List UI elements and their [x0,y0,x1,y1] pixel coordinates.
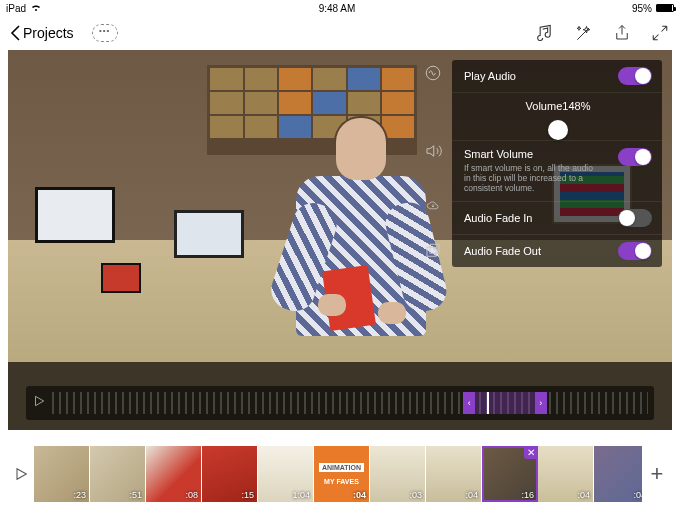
smart-volume-label: Smart Volume [464,148,610,160]
remove-clip-button[interactable]: ✕ [524,446,538,459]
nav-bar: Projects ••• [0,16,680,50]
panel-side-icons [418,62,448,84]
play-audio-label: Play Audio [464,70,610,82]
svg-point-0 [426,66,440,80]
wifi-icon [30,4,42,12]
clip-duration: :15 [241,490,254,500]
clip-thumbnail[interactable]: :23 [34,446,90,502]
clip-strip: :23:51:08:151:04ANIMATIONMY FAVES:04:03:… [0,438,680,510]
clip-duration: :23 [73,490,86,500]
clip-duration: :04 [465,490,478,500]
selection-handle-right[interactable]: › [535,392,547,414]
clip-thumbnail[interactable]: ANIMATIONMY FAVES:04 [314,446,370,502]
clip-thumbnail[interactable]: :04 [426,446,482,502]
share-button[interactable] [612,23,632,43]
scrubber-play-button[interactable] [32,394,46,412]
clip-duration: 1:04 [292,490,310,500]
cloud-download-icon[interactable] [422,196,444,218]
clip-thumbnail[interactable]: :08 [146,446,202,502]
play-audio-row: Play Audio [452,60,662,92]
panel-side-icons-4 [418,240,448,262]
fullscreen-button[interactable] [650,23,670,43]
battery-icon [656,4,674,12]
volume-label: Volume [526,100,563,112]
timeline-scrubber: ‹ › [26,386,654,420]
battery-percent: 95% [632,3,652,14]
selection-handle-left[interactable]: ‹ [463,392,475,414]
fade-out-label: Audio Fade Out [464,245,610,257]
scrubber-track[interactable]: ‹ › [52,392,648,414]
fade-out-row: Audio Fade Out [452,234,662,267]
clip-duration: :03 [409,490,422,500]
play-audio-toggle[interactable] [618,67,652,85]
duplicate-icon[interactable] [422,240,444,262]
clip-thumbnail[interactable]: :16✕ [482,446,538,502]
clip-thumbnail[interactable]: 1:04 [258,446,314,502]
clock: 9:48 AM [319,3,356,14]
chevron-left-icon [10,25,21,41]
clip-thumbnail[interactable]: :15 [202,446,258,502]
clip-duration: :51 [129,490,142,500]
clip-thumbnails: :23:51:08:151:04ANIMATIONMY FAVES:04:03:… [34,446,642,502]
music-button[interactable] [536,23,556,43]
back-label: Projects [23,25,74,41]
clip-duration: :16 [521,490,534,500]
fade-in-toggle[interactable] [618,209,652,227]
playhead[interactable] [487,392,489,414]
add-clip-button[interactable]: + [642,461,672,487]
back-button[interactable]: Projects [10,25,74,41]
fade-in-row: Audio Fade In [452,201,662,234]
status-bar: iPad 9:48 AM 95% [0,0,680,16]
volume-value: 148% [562,100,590,112]
fade-in-label: Audio Fade In [464,212,610,224]
magic-button[interactable] [574,23,594,43]
clip-thumbnail[interactable]: :04 [594,446,642,502]
waveform-icon[interactable] [422,62,444,84]
clip-duration: :04 [577,490,590,500]
smart-volume-row: Smart Volume If smart volume is on, all … [452,140,662,201]
panel-side-icons-3 [418,196,448,218]
video-preview[interactable]: Play Audio Volume 148% Smart Volume If s… [8,50,672,430]
device-label: iPad [6,3,26,14]
clip-duration: :04 [353,490,366,500]
clip-thumbnail[interactable]: :03 [370,446,426,502]
clip-thumbnail[interactable]: :04 [538,446,594,502]
clip-duration: :04 [633,490,642,500]
cloud-sync-button[interactable]: ••• [92,24,118,42]
audio-settings-panel: Play Audio Volume 148% Smart Volume If s… [452,60,662,267]
speaker-icon[interactable] [422,140,444,162]
smart-volume-toggle[interactable] [618,148,652,166]
play-project-button[interactable] [8,466,34,482]
clip-duration: :08 [185,490,198,500]
panel-side-icons-2 [418,140,448,162]
volume-row: Volume 148% [452,92,662,140]
smart-volume-desc: If smart volume is on, all the audio in … [464,163,594,194]
fade-out-toggle[interactable] [618,242,652,260]
clip-thumbnail[interactable]: :51 [90,446,146,502]
